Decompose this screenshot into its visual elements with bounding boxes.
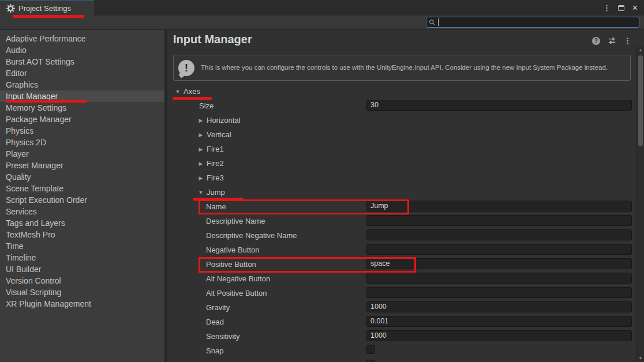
chevron-right-icon: ▶ bbox=[198, 175, 204, 181]
row-gravity: Gravity 1000 bbox=[167, 300, 644, 315]
text-cursor bbox=[438, 18, 439, 26]
annotation-box-positive-button-row bbox=[199, 257, 416, 273]
info-icon: ! bbox=[178, 60, 194, 76]
foldout-fire1-label: Fire1 bbox=[207, 145, 224, 153]
chevron-right-icon: ▶ bbox=[198, 132, 204, 138]
tab-title: Project Settings bbox=[18, 4, 71, 13]
partial-checkbox[interactable] bbox=[366, 360, 375, 362]
foldout-fire2-label: Fire2 bbox=[207, 159, 224, 168]
help-text: This is where you can configure the cont… bbox=[201, 63, 608, 73]
annotation-underline-project-settings bbox=[13, 15, 84, 18]
sidebar-item-version-control[interactable]: Version Control bbox=[0, 275, 164, 286]
sidebar-item-xr-plugin-management[interactable]: XR Plugin Management bbox=[0, 298, 164, 310]
foldout-axes-label: Axes bbox=[184, 87, 200, 96]
project-settings-window: Project Settings ⋮ ✕ Adaptive Performanc… bbox=[0, 0, 644, 362]
window-menu-icon[interactable]: ⋮ bbox=[603, 4, 611, 12]
alt-positive-button-field[interactable] bbox=[366, 287, 632, 298]
panel-menu-icon[interactable]: ⋮ bbox=[624, 37, 631, 44]
scrollbar-thumb[interactable] bbox=[638, 55, 643, 146]
sidebar-item-ui-builder[interactable]: UI Builder bbox=[0, 263, 164, 275]
sensitivity-field[interactable]: 1000 bbox=[366, 330, 632, 341]
annotation-box-name-row bbox=[199, 199, 409, 214]
size-label: Size bbox=[199, 99, 214, 113]
sidebar-item-audio[interactable]: Audio bbox=[0, 44, 164, 56]
sidebar-item-editor[interactable]: Editor bbox=[0, 67, 164, 79]
foldout-horizontal[interactable]: ▶ Horizontal bbox=[198, 113, 241, 127]
foldout-vertical[interactable]: ▶ Vertical bbox=[198, 127, 231, 142]
snap-label: Snap bbox=[206, 344, 223, 358]
sidebar-item-memory-settings[interactable]: Memory Settings bbox=[0, 102, 164, 114]
row-snap: Snap bbox=[167, 344, 644, 358]
sidebar-item-scene-template[interactable]: Scene Template bbox=[0, 183, 164, 194]
row-dead: Dead 0.001 bbox=[167, 315, 644, 329]
help-icon[interactable]: ? bbox=[592, 37, 600, 45]
sidebar-item-package-manager[interactable]: Package Manager bbox=[0, 114, 164, 125]
foldout-fire3[interactable]: ▶ Fire3 bbox=[198, 171, 224, 185]
header-icons: ? ⋮ bbox=[592, 36, 631, 45]
sidebar-item-script-execution-order[interactable]: Script Execution Order bbox=[0, 194, 164, 206]
toolbar bbox=[0, 16, 644, 30]
row-horizontal: ▶ Horizontal bbox=[167, 113, 644, 127]
sensitivity-label: Sensitivity bbox=[206, 329, 240, 344]
foldout-fire2[interactable]: ▶ Fire2 bbox=[198, 156, 224, 171]
sidebar-item-graphics[interactable]: Graphics bbox=[0, 79, 164, 90]
size-value: 30 bbox=[370, 101, 379, 109]
dead-field[interactable]: 0.001 bbox=[366, 316, 632, 327]
search-icon bbox=[429, 19, 436, 26]
sidebar-item-tags-and-layers[interactable]: Tags and Layers bbox=[0, 217, 164, 229]
alt-positive-button-label: Alt Positive Button bbox=[206, 286, 267, 300]
descriptive-negative-name-field[interactable] bbox=[366, 229, 632, 240]
sidebar-item-adaptive-performance[interactable]: Adaptive Performance bbox=[0, 33, 164, 44]
row-descriptive-negative-name: Descriptive Negative Name bbox=[167, 228, 644, 243]
preset-icon[interactable] bbox=[608, 36, 616, 45]
chevron-down-icon: ▼ bbox=[198, 190, 204, 195]
window-controls: ⋮ ✕ bbox=[603, 0, 638, 16]
descriptive-name-label: Descriptive Name bbox=[206, 214, 265, 228]
row-descriptive-name: Descriptive Name bbox=[167, 214, 644, 228]
chevron-down-icon: ▼ bbox=[175, 89, 181, 95]
scroll-up-icon[interactable]: ▲ bbox=[637, 48, 644, 52]
sidebar-item-player[interactable]: Player bbox=[0, 148, 164, 160]
vertical-scrollbar[interactable]: ▲ ▼ bbox=[636, 46, 644, 362]
dead-label: Dead bbox=[206, 315, 224, 329]
gravity-field[interactable]: 1000 bbox=[366, 301, 632, 312]
annotation-underline-axes bbox=[173, 97, 212, 100]
sidebar-item-services[interactable]: Services bbox=[0, 206, 164, 217]
sidebar-item-physics[interactable]: Physics bbox=[0, 125, 164, 137]
sidebar-item-timeline[interactable]: Timeline bbox=[0, 252, 164, 263]
chevron-right-icon: ▶ bbox=[198, 118, 204, 123]
sidebar-item-time[interactable]: Time bbox=[0, 240, 164, 252]
alt-negative-button-label: Alt Negative Button bbox=[206, 272, 270, 286]
foldout-vertical-label: Vertical bbox=[207, 130, 231, 139]
negative-button-label: Negative Button bbox=[206, 243, 260, 257]
page-title: Input Manager bbox=[173, 33, 252, 46]
sidebar-item-textmesh-pro[interactable]: TextMesh Pro bbox=[0, 229, 164, 240]
close-icon[interactable]: ✕ bbox=[632, 4, 638, 12]
alt-negative-button-field[interactable] bbox=[366, 273, 632, 284]
gravity-label: Gravity bbox=[206, 300, 230, 315]
search-input[interactable] bbox=[426, 17, 639, 28]
foldout-fire1[interactable]: ▶ Fire1 bbox=[198, 142, 224, 156]
sidebar-item-visual-scripting[interactable]: Visual Scripting bbox=[0, 286, 164, 298]
scroll-down-icon[interactable]: ▼ bbox=[637, 356, 644, 360]
maximize-icon[interactable] bbox=[618, 5, 624, 11]
sidebar-item-preset-manager[interactable]: Preset Manager bbox=[0, 160, 164, 171]
info-helpbox: ! This is where you can configure the co… bbox=[173, 55, 631, 81]
descriptive-name-field[interactable] bbox=[366, 215, 632, 226]
row-fire3: ▶ Fire3 bbox=[167, 171, 644, 185]
sidebar-item-physics-2d[interactable]: Physics 2D bbox=[0, 137, 164, 148]
negative-button-field[interactable] bbox=[366, 244, 632, 255]
dead-value: 0.001 bbox=[370, 317, 388, 325]
size-field[interactable]: 30 bbox=[366, 100, 632, 111]
annotation-underline-input-manager bbox=[6, 100, 87, 103]
snap-checkbox[interactable] bbox=[366, 345, 375, 354]
chevron-right-icon: ▶ bbox=[198, 146, 204, 152]
gravity-value: 1000 bbox=[370, 303, 387, 311]
descriptive-negative-name-label: Descriptive Negative Name bbox=[206, 228, 297, 243]
foldout-fire3-label: Fire3 bbox=[207, 174, 224, 182]
row-axes: ▼ Axes bbox=[167, 84, 644, 99]
chevron-right-icon: ▶ bbox=[198, 161, 204, 167]
tab-project-settings[interactable]: Project Settings bbox=[0, 0, 94, 16]
sidebar-item-burst-aot-settings[interactable]: Burst AOT Settings bbox=[0, 56, 164, 67]
sidebar-item-quality[interactable]: Quality bbox=[0, 171, 164, 183]
